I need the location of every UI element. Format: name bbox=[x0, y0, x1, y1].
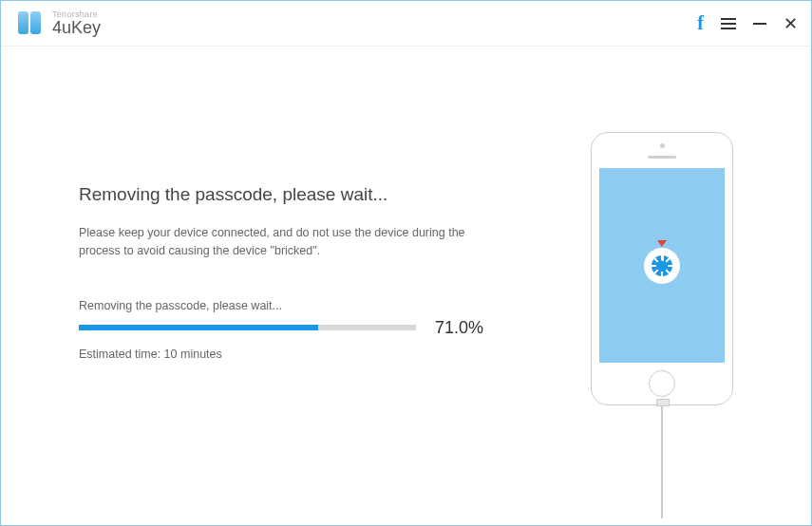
close-icon[interactable]: ✕ bbox=[784, 15, 798, 32]
status-panel: Removing the passcode, please wait... Pl… bbox=[79, 184, 487, 361]
page-title: Removing the passcode, please wait... bbox=[79, 184, 487, 205]
app-window: Tenorshare 4uKey f ✕ Removing the passco… bbox=[0, 0, 812, 526]
logo-icon bbox=[18, 11, 43, 36]
phone-screen bbox=[599, 168, 725, 363]
progress-eta: Estimated time: 10 minutes bbox=[79, 348, 487, 361]
window-controls: f ✕ bbox=[697, 12, 798, 34]
progress-fill bbox=[79, 325, 318, 330]
app-logo: Tenorshare 4uKey bbox=[18, 10, 101, 36]
progress-bar bbox=[79, 325, 416, 330]
menu-icon[interactable] bbox=[721, 18, 736, 29]
minimize-icon[interactable] bbox=[753, 23, 766, 25]
facebook-icon[interactable]: f bbox=[697, 12, 704, 34]
progress-block: Removing the passcode, please wait... 71… bbox=[79, 299, 487, 361]
product-label: 4uKey bbox=[52, 19, 101, 36]
phone-icon bbox=[591, 132, 733, 405]
compass-icon bbox=[644, 248, 680, 284]
content-area: Removing the passcode, please wait... Pl… bbox=[1, 47, 811, 525]
home-button-icon bbox=[649, 370, 675, 397]
titlebar: Tenorshare 4uKey f ✕ bbox=[1, 1, 811, 47]
progress-status-label: Removing the passcode, please wait... bbox=[79, 299, 487, 312]
device-illustration bbox=[591, 132, 733, 518]
page-description: Please keep your device connected, and d… bbox=[79, 224, 487, 261]
cable-icon bbox=[661, 404, 663, 518]
progress-percent: 71.0% bbox=[435, 318, 483, 338]
